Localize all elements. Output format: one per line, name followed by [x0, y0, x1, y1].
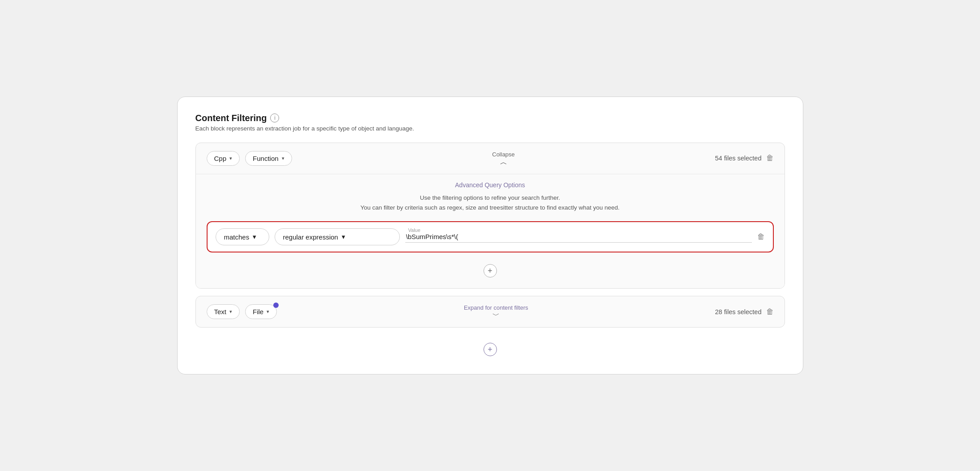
block-1-content: Advanced Query Options Use the filtering… [196, 174, 785, 288]
add-block-button[interactable]: + [484, 343, 497, 356]
notification-dot [273, 303, 279, 308]
condition-dropdown[interactable]: matches ▾ [216, 228, 269, 245]
advanced-options-title: Advanced Query Options [207, 174, 774, 193]
add-filter-button[interactable]: + [484, 264, 497, 278]
filter-row-inner: matches ▾ regular expression ▾ Value [216, 228, 752, 245]
files-selected-2: 28 files selected [715, 308, 762, 315]
filter-block-1: Cpp ▾ Function ▾ Collapse ︿ 54 files sel… [195, 143, 785, 289]
value-field-wrap: Value [405, 231, 752, 243]
add-filter-row: + [207, 261, 774, 279]
info-icon[interactable]: i [270, 114, 279, 122]
page-title-row: Content Filtering i [195, 113, 785, 123]
collapse-label: Collapse [492, 151, 515, 158]
object-type-pill-wrap-2: File ▾ [245, 304, 277, 319]
expand-label: Expand for content filters [464, 304, 528, 311]
caret-icon: ▾ [342, 233, 345, 241]
page-subtitle: Each block represents an extraction job … [195, 125, 785, 132]
collapse-area: Collapse ︿ [297, 151, 710, 166]
caret-icon: ▾ [282, 156, 284, 161]
block-1-right: 54 files selected 🗑 [715, 154, 774, 163]
object-type-dropdown-2[interactable]: File ▾ [245, 304, 277, 319]
value-input[interactable] [405, 231, 752, 243]
field-dropdown[interactable]: regular expression ▾ [275, 228, 400, 245]
caret-icon: ▾ [253, 233, 256, 241]
value-label: Value [407, 227, 422, 233]
caret-icon: ▾ [267, 309, 269, 315]
add-block-row: + [195, 335, 785, 358]
object-type-dropdown-1[interactable]: Function ▾ [245, 151, 292, 166]
block-2-right: 28 files selected 🗑 [715, 307, 774, 316]
delete-block-2-button[interactable]: 🗑 [766, 307, 774, 316]
advanced-options-desc: Use the filtering options to refine your… [207, 193, 774, 212]
delete-block-1-button[interactable]: 🗑 [766, 154, 774, 163]
language-dropdown-2[interactable]: Text ▾ [207, 304, 240, 319]
delete-filter-button[interactable]: 🗑 [757, 232, 765, 241]
collapse-button[interactable]: ︿ [500, 159, 507, 166]
caret-icon: ▾ [229, 309, 232, 315]
block-2-header: Text ▾ File ▾ Expand for content filters… [196, 296, 785, 327]
filter-block-2: Text ▾ File ▾ Expand for content filters… [195, 296, 785, 328]
language-dropdown-1[interactable]: Cpp ▾ [207, 151, 240, 166]
filter-row-1: matches ▾ regular expression ▾ Value 🗑 [207, 221, 774, 252]
block-1-header: Cpp ▾ Function ▾ Collapse ︿ 54 files sel… [196, 143, 785, 174]
expand-area: Expand for content filters ﹀ [282, 304, 709, 319]
content-filtering-card: Content Filtering i Each block represent… [177, 97, 803, 374]
files-selected-1: 54 files selected [715, 155, 762, 162]
page-title-text: Content Filtering [195, 113, 267, 123]
caret-icon: ▾ [229, 156, 232, 161]
expand-button[interactable]: ﹀ [492, 312, 500, 319]
